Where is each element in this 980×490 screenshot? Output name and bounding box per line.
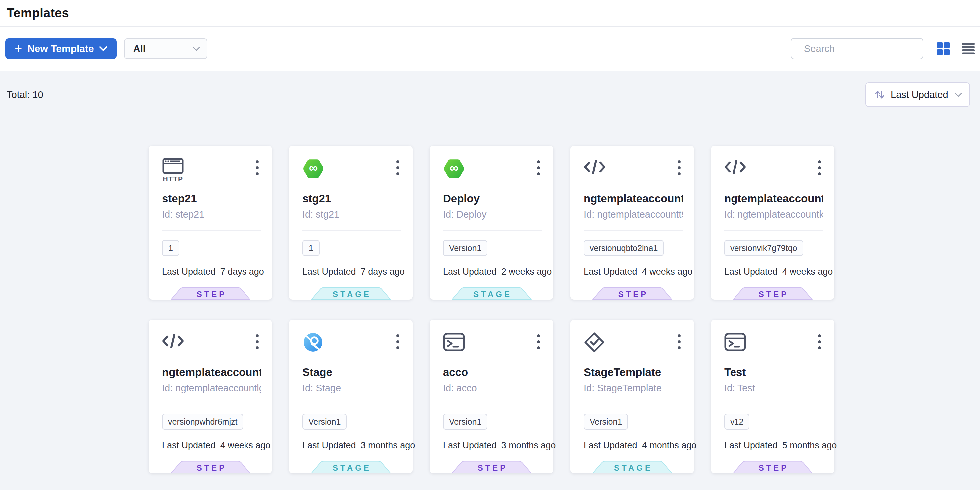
scope-filter-dropdown[interactable]: All (124, 38, 207, 59)
card-menu-button[interactable] (394, 159, 402, 178)
card-menu-button[interactable] (675, 332, 683, 351)
template-name: ngtemplateaccountt... (584, 192, 682, 205)
chevron-down-icon (99, 46, 107, 51)
sort-value: Last Updated (891, 89, 949, 100)
card-divider (584, 230, 682, 231)
last-updated: Last Updated 7 days ago (162, 266, 261, 277)
card-divider (162, 230, 261, 231)
search-input[interactable] (803, 43, 931, 55)
last-updated: Last Updated 7 days ago (302, 266, 401, 277)
templates-grid: HTTP step21 Id: step21 1 Last Updated 7 … (149, 146, 980, 473)
template-id: Id: step21 (162, 209, 261, 220)
template-type-badge: STEP (452, 461, 531, 473)
last-updated: Last Updated 3 months ago (443, 441, 542, 451)
template-name: Stage (302, 366, 401, 379)
custom-stage-icon (302, 331, 324, 353)
approval-stage-icon (584, 331, 605, 353)
template-id: Id: acco (443, 383, 542, 394)
list-view-icon (961, 42, 975, 55)
template-card[interactable]: ∞ stg21 Id: stg21 1 Last Updated 7 days … (289, 146, 413, 300)
cd-module-icon: ∞ (443, 158, 465, 180)
template-type-badge: STEP (170, 461, 250, 473)
card-divider (584, 404, 682, 404)
template-id: Id: ngtemplateaccountt9... (584, 209, 682, 220)
card-divider (443, 230, 542, 231)
version-chip: Version1 (443, 240, 487, 256)
template-card[interactable]: ∞ Deploy Id: Deploy Version1 Last Update… (430, 146, 553, 300)
template-card[interactable]: ngtemplateaccountt... Id: ngtemplateacco… (570, 146, 694, 300)
terminal-icon (724, 331, 746, 352)
template-card[interactable]: Stage Id: Stage Version1 Last Updated 3 … (289, 320, 413, 473)
last-updated: Last Updated 4 weeks ago (724, 266, 823, 277)
card-menu-button[interactable] (253, 159, 261, 178)
list-view-button[interactable] (961, 42, 975, 55)
card-menu-button[interactable] (534, 332, 542, 351)
template-id: Id: stg21 (302, 209, 401, 220)
plus-icon: + (15, 42, 22, 55)
card-divider (724, 230, 823, 231)
card-menu-button[interactable] (815, 332, 824, 351)
template-name: ngtemplateaccountk... (724, 192, 823, 205)
template-card[interactable]: Test Id: Test v12 Last Updated 5 months … (711, 320, 834, 473)
new-template-button[interactable]: + New Template (5, 38, 116, 59)
card-menu-button[interactable] (675, 159, 683, 178)
version-chip: Version1 (443, 414, 487, 430)
last-updated: Last Updated 2 weeks ago (443, 266, 542, 277)
template-type-badge: STAGE (592, 461, 672, 473)
template-card[interactable]: HTTP step21 Id: step21 1 Last Updated 7 … (149, 146, 272, 300)
card-divider (302, 230, 401, 231)
content-area: Total: 10 Last Updated HTTP (0, 71, 980, 490)
template-type-badge: STAGE (452, 287, 531, 300)
cd-module-icon: ∞ (302, 158, 325, 180)
template-id: Id: ngtemplateaccountlg... (162, 383, 261, 394)
scope-filter-value: All (133, 43, 146, 54)
template-card[interactable]: ngtemplateaccountl... Id: ngtemplateacco… (149, 320, 272, 473)
grid-view-button[interactable] (936, 41, 951, 56)
last-updated: Last Updated 4 weeks ago (162, 441, 261, 451)
template-id: Id: Test (724, 383, 823, 394)
card-menu-button[interactable] (253, 332, 261, 351)
sort-dropdown[interactable]: Last Updated (865, 82, 970, 107)
terminal-icon (443, 331, 465, 352)
chevron-down-icon (955, 92, 962, 97)
template-name: Test (724, 366, 823, 379)
card-menu-button[interactable] (534, 159, 542, 178)
template-card[interactable]: ngtemplateaccountk... Id: ngtemplateacco… (711, 146, 834, 300)
svg-text:∞: ∞ (450, 161, 458, 175)
version-chip: 1 (162, 240, 179, 256)
template-id: Id: Stage (302, 383, 401, 394)
template-id: Id: StageTemplate (584, 383, 682, 394)
card-divider (302, 404, 401, 404)
card-menu-button[interactable] (394, 332, 402, 351)
toolbar-right (791, 38, 975, 59)
last-updated: Last Updated 4 months ago (584, 441, 682, 451)
page-header: Templates (0, 0, 980, 27)
template-name: Deploy (443, 192, 542, 205)
template-type-badge: STEP (733, 287, 813, 300)
svg-text:HTTP: HTTP (163, 175, 183, 182)
version-chip: versionpwhdr6mjzt (162, 414, 243, 430)
search-box[interactable] (791, 38, 923, 59)
code-icon (162, 331, 184, 351)
code-icon (724, 158, 746, 177)
template-type-badge: STEP (733, 461, 813, 473)
card-menu-button[interactable] (815, 159, 824, 178)
view-toggle (936, 41, 975, 56)
total-count: Total: 10 (7, 89, 43, 100)
version-chip: versionvik7g79tqo (724, 240, 803, 256)
last-updated: Last Updated 5 months ago (724, 441, 823, 451)
template-card[interactable]: acco Id: acco Version1 Last Updated 3 mo… (430, 320, 553, 473)
template-type-badge: STAGE (311, 461, 391, 473)
template-type-badge: STAGE (311, 287, 391, 300)
template-name: step21 (162, 192, 261, 205)
version-chip: versionuqbto2lna1 (584, 240, 663, 256)
template-name: StageTemplate (584, 366, 682, 379)
version-chip: Version1 (584, 414, 628, 430)
sort-arrows-icon (874, 89, 885, 100)
card-divider (724, 404, 823, 404)
grid-view-icon (936, 41, 951, 56)
new-template-label: New Template (27, 43, 94, 54)
template-id: Id: ngtemplateaccountk... (724, 209, 823, 220)
template-card[interactable]: StageTemplate Id: StageTemplate Version1… (570, 320, 694, 473)
template-id: Id: Deploy (443, 209, 542, 220)
